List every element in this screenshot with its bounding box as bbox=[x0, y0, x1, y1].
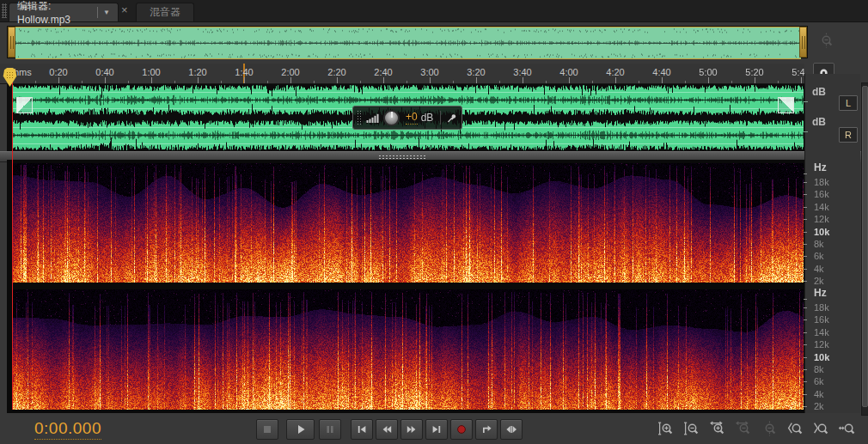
frequency-tick bbox=[804, 244, 807, 245]
frequency-tick bbox=[804, 256, 807, 257]
zoom-out-time-button[interactable] bbox=[733, 419, 754, 438]
fade-in-handle[interactable] bbox=[16, 97, 33, 113]
ruler-tick bbox=[662, 77, 663, 84]
gain-value[interactable]: +0 bbox=[406, 111, 418, 125]
transport-controls bbox=[256, 419, 525, 440]
ruler-time-label: 1:20 bbox=[188, 67, 206, 77]
hud-drag-handle[interactable] bbox=[357, 110, 363, 125]
ruler-tick bbox=[290, 77, 291, 84]
ruler-tick bbox=[244, 77, 245, 84]
gain-unit-label: dB bbox=[421, 112, 434, 124]
frequency-tick bbox=[804, 406, 807, 407]
left-channel-db-label: dB bbox=[812, 86, 826, 98]
frequency-label-2k: 2k bbox=[814, 401, 824, 411]
zoom-in-amplitude-button[interactable] bbox=[656, 419, 676, 438]
zoom-in-time-button[interactable] bbox=[707, 419, 728, 438]
frequency-tick bbox=[804, 281, 807, 282]
skip-to-start-button[interactable] bbox=[351, 419, 373, 440]
ruler-tick bbox=[755, 77, 755, 84]
ruler-time-label: 0:40 bbox=[95, 67, 113, 77]
spectral-display-right[interactable] bbox=[12, 289, 804, 410]
right-channel-button[interactable]: R bbox=[839, 127, 858, 143]
tab-separator bbox=[97, 7, 98, 18]
frequency-tick bbox=[804, 344, 807, 345]
frequency-label-4k: 4k bbox=[814, 389, 824, 399]
stop-button[interactable] bbox=[256, 419, 278, 440]
frequency-label-6k: 6k bbox=[814, 376, 824, 386]
frequency-label-14k: 14k bbox=[814, 327, 829, 338]
frequency-tick bbox=[804, 369, 807, 370]
frequency-label-14k: 14k bbox=[814, 202, 829, 212]
frequency-tick bbox=[804, 357, 807, 358]
chevron-down-icon[interactable]: ▼ bbox=[103, 9, 110, 16]
overview-right-handle[interactable] bbox=[799, 27, 807, 58]
spectral-display-left[interactable] bbox=[12, 163, 804, 283]
ruler-tick bbox=[337, 77, 338, 84]
tab-mixer[interactable]: 混音器 bbox=[136, 3, 194, 21]
tab-editor-label: 编辑器: Hollow.mp3 bbox=[17, 0, 90, 26]
tab-editor[interactable]: 编辑器: Hollow.mp3 ▼ bbox=[9, 3, 119, 21]
ruler-tick bbox=[151, 77, 152, 84]
frequency-label-18k: 18k bbox=[814, 177, 829, 187]
fade-out-handle[interactable] bbox=[778, 97, 794, 113]
record-button[interactable] bbox=[450, 419, 473, 440]
ruler-tick bbox=[569, 77, 570, 84]
ruler-time-label: 1:00 bbox=[142, 67, 160, 77]
frequency-tick bbox=[804, 232, 807, 233]
gain-knob[interactable] bbox=[383, 110, 400, 126]
vertical-scrollbar[interactable] bbox=[861, 82, 868, 416]
frequency-tick bbox=[804, 207, 807, 208]
ruler-tick bbox=[198, 77, 199, 84]
pin-icon[interactable] bbox=[446, 113, 457, 124]
frequency-label-12k: 12k bbox=[814, 214, 829, 224]
close-icon[interactable]: × bbox=[121, 4, 128, 15]
ruler-tick bbox=[430, 77, 431, 84]
zoom-in-at-in-point-button[interactable] bbox=[785, 419, 805, 438]
skip-to-end-button[interactable] bbox=[425, 419, 448, 440]
volume-meter-icon bbox=[366, 113, 379, 123]
tab-mixer-label: 混音器 bbox=[150, 5, 180, 20]
hud-separator bbox=[440, 111, 441, 125]
ruler-time-label: 2:40 bbox=[374, 67, 392, 77]
loop-playback-button[interactable] bbox=[475, 419, 498, 440]
ruler-tick bbox=[523, 77, 523, 84]
frequency-label-6k: 6k bbox=[814, 251, 824, 261]
right-channel-db-label: dB bbox=[812, 116, 826, 128]
frequency-unit-label: Hz bbox=[814, 287, 827, 299]
panel-grip-icon[interactable] bbox=[2, 3, 7, 18]
ruler-time-label: 0:20 bbox=[49, 67, 67, 77]
time-display[interactable]: 0:00.000 bbox=[34, 419, 101, 440]
pause-button[interactable] bbox=[319, 419, 341, 440]
frequency-label-16k: 16k bbox=[814, 189, 829, 199]
overview-navigator[interactable] bbox=[7, 26, 808, 58]
frequency-label-12k: 12k bbox=[814, 339, 829, 350]
zoom-in-at-out-point-button[interactable] bbox=[810, 419, 831, 438]
db-tick bbox=[804, 101, 808, 102]
vertical-scrollbar-thumb[interactable] bbox=[862, 86, 868, 407]
frequency-label-10k: 10k bbox=[814, 352, 829, 362]
overview-left-handle[interactable] bbox=[8, 27, 15, 58]
play-button[interactable] bbox=[286, 419, 315, 440]
rewind-button[interactable] bbox=[376, 419, 398, 440]
ruler-time-label: 5:00 bbox=[699, 67, 717, 77]
left-channel-button[interactable]: L bbox=[839, 95, 858, 111]
db-tick bbox=[804, 131, 808, 132]
ruler-time-label: 4:40 bbox=[652, 67, 670, 77]
frequency-label-18k: 18k bbox=[814, 302, 829, 313]
zoom-out-full-icon[interactable] bbox=[816, 30, 836, 51]
ruler-time-label: 4:00 bbox=[559, 67, 578, 77]
volume-hud: +0 dB bbox=[352, 106, 462, 130]
fast-forward-button[interactable] bbox=[400, 419, 423, 440]
ruler-time-label: 1:40 bbox=[235, 67, 253, 77]
zoom-out-full-button[interactable] bbox=[759, 419, 779, 438]
frequency-label-16k: 16k bbox=[814, 314, 829, 325]
skip-selection-button[interactable] bbox=[500, 419, 523, 440]
frequency-tick bbox=[804, 269, 807, 270]
overview-waveform[interactable] bbox=[15, 27, 801, 59]
audition-editor-window: 编辑器: Hollow.mp3 ▼ × 混音器 hms 0:200:401:00… bbox=[0, 0, 868, 444]
zoom-to-selection-button[interactable] bbox=[836, 419, 857, 438]
ruler-time-label: 3:00 bbox=[420, 67, 438, 77]
zoom-out-amplitude-button[interactable] bbox=[682, 419, 702, 438]
timeline-ruler[interactable]: hms 0:200:401:001:201:402:002:202:403:00… bbox=[0, 64, 804, 84]
frequency-label-4k: 4k bbox=[814, 264, 824, 274]
